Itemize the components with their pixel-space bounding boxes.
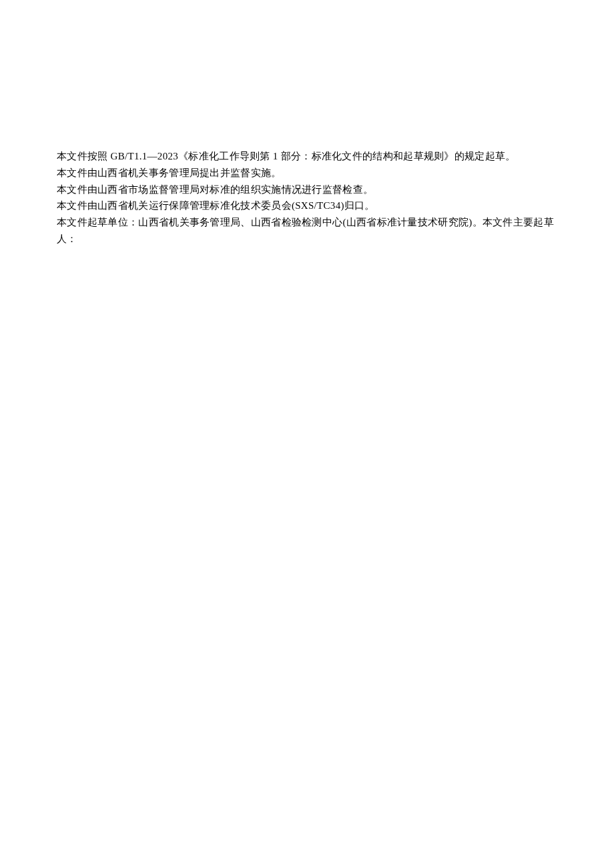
paragraph-line-1: 本文件按照 GB/T1.1—2023《标准化工作导则第 1 部分：标准化文件的结… (57, 148, 557, 165)
paragraph-line-3: 本文件由山西省市场监督管理局对标准的组织实施情况进行监督检查。 (57, 181, 557, 198)
paragraph-line-4: 本文件由山西省机关运行保障管理标准化技术委员会(SXS/TC34)归口。 (57, 197, 557, 214)
paragraph-line-2: 本文件由山西省机关事务管理局提出并监督实施。 (57, 165, 557, 181)
paragraph-line-5: 本文件起草单位：山西省机关事务管理局、山西省检验检测中心(山西省标准计量技术研究… (57, 214, 557, 248)
